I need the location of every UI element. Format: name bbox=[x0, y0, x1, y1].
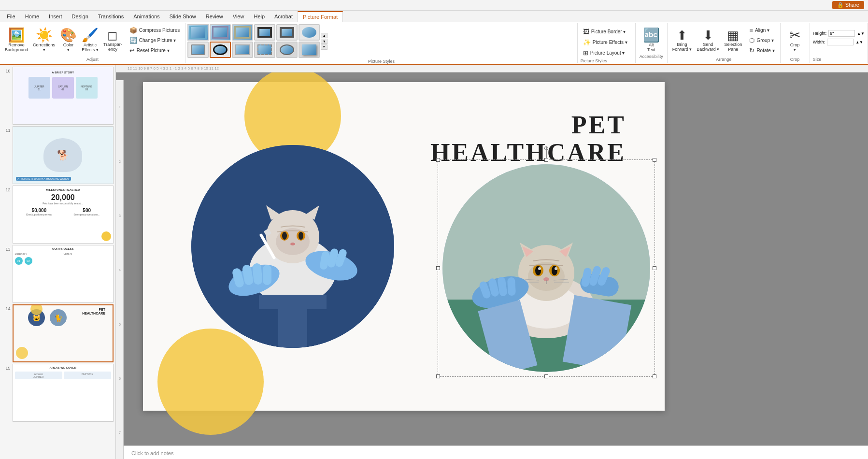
styles-items: ▲ ▼ ▾ bbox=[187, 24, 575, 58]
ribbon-tabs: File Home Insert Design Transitions Anim… bbox=[0, 11, 868, 22]
tab-picture-format[interactable]: Picture Format bbox=[298, 11, 343, 22]
height-label: Height: bbox=[813, 31, 827, 36]
handle-tl[interactable] bbox=[436, 158, 440, 162]
tab-help[interactable]: Help bbox=[249, 11, 270, 22]
change-picture-button[interactable]: 🔄 Change Picture ▾ bbox=[127, 36, 182, 45]
slide-thumb-14[interactable]: 14 PETHEALTHCARE 🐱 🐈 bbox=[2, 304, 114, 362]
compress-pictures-button[interactable]: 📦 Compress Pictures bbox=[127, 26, 182, 35]
slide-img-11[interactable]: 🐕 A PICTURE IS WORTH A THOUSAND WORDS bbox=[13, 126, 114, 184]
send-backward-icon: ⬇ bbox=[703, 29, 713, 42]
send-backward-button[interactable]: ⬇ SendBackward ▾ bbox=[695, 28, 721, 53]
picture-layout-button[interactable]: ⊞ Picture Layout ▾ bbox=[581, 48, 630, 57]
crop-button[interactable]: ✂ Crop▾ bbox=[783, 28, 807, 53]
slide-img-14[interactable]: PETHEALTHCARE 🐱 🐈 bbox=[13, 304, 114, 362]
alt-text-button[interactable]: 🔤 AltText bbox=[641, 28, 662, 53]
handle-tc[interactable] bbox=[544, 158, 548, 162]
main-area: 10 A BRIEF STORY JUPITER01 SATURN02 NEPT… bbox=[0, 65, 868, 459]
style-thumb-7[interactable] bbox=[187, 42, 209, 58]
align-icon: ≡ bbox=[749, 27, 753, 34]
tab-design[interactable]: Design bbox=[67, 11, 93, 22]
right-circle-image-container[interactable] bbox=[442, 164, 650, 372]
reset-picture-button[interactable]: ↩ Reset Picture ▾ bbox=[127, 46, 182, 55]
tab-animations[interactable]: Animations bbox=[128, 11, 164, 22]
selection-pane-icon: ▦ bbox=[727, 29, 739, 42]
slide-img-10[interactable]: A BRIEF STORY JUPITER01 SATURN02 NEPTUNE… bbox=[13, 67, 114, 125]
remove-background-button[interactable]: 🖼️ RemoveBackground bbox=[3, 28, 30, 53]
rotation-line bbox=[546, 146, 547, 158]
slide-number-11: 11 bbox=[2, 128, 11, 133]
width-input[interactable] bbox=[827, 39, 854, 45]
handle-bl[interactable] bbox=[436, 374, 440, 378]
left-circle-image[interactable] bbox=[191, 145, 394, 348]
tab-view[interactable]: View bbox=[228, 11, 249, 22]
picture-styles-group: ▲ ▼ ▾ Picture Styles bbox=[185, 23, 578, 63]
picture-border-button[interactable]: 🖼 Picture Border ▾ bbox=[581, 27, 630, 36]
arrange-items: ⬆ BringForward ▾ ⬇ SendBackward ▾ ▦ Sele… bbox=[670, 24, 777, 56]
height-input[interactable] bbox=[828, 30, 855, 37]
slide-thumb-13[interactable]: 13 OUR PROCESS MERCURY VENUS 01 02 bbox=[2, 245, 114, 303]
group-button[interactable]: ⬡ Group ▾ bbox=[747, 36, 777, 45]
slide-img-15[interactable]: AREAS WE COVER AREA AJUPITER NEPTUNE bbox=[13, 364, 114, 422]
slide-number-12: 12 bbox=[2, 187, 11, 192]
picture-effects-button[interactable]: ✨ Picture Effects ▾ bbox=[581, 38, 630, 47]
selection-pane-button[interactable]: ▦ SelectionPane bbox=[722, 28, 744, 53]
handle-br[interactable] bbox=[653, 374, 656, 378]
rotate-icon: ↻ bbox=[749, 47, 754, 54]
rotate-button[interactable]: ↻ Rotate ▾ bbox=[747, 46, 777, 55]
corrections-button[interactable]: ☀️ Corrections▾ bbox=[31, 28, 57, 53]
bring-forward-button[interactable]: ⬆ BringForward ▾ bbox=[670, 28, 694, 53]
style-thumb-12[interactable] bbox=[299, 42, 320, 58]
artistic-effects-button[interactable]: 🖌️ ArtisticEffects ▾ bbox=[80, 28, 100, 53]
slide-canvas[interactable]: PET HEALTHCARE bbox=[143, 82, 665, 411]
style-thumb-5[interactable] bbox=[276, 24, 298, 41]
handle-tr[interactable] bbox=[653, 158, 656, 162]
slide-thumb-10[interactable]: 10 A BRIEF STORY JUPITER01 SATURN02 NEPT… bbox=[2, 67, 114, 125]
slide-number-14: 14 bbox=[2, 306, 11, 311]
tab-transitions[interactable]: Transitions bbox=[93, 11, 128, 22]
style-thumb-2[interactable] bbox=[210, 24, 231, 41]
styles-scroll-more[interactable]: ▾ bbox=[321, 44, 327, 50]
width-label: Width: bbox=[813, 40, 825, 44]
tab-slideshow[interactable]: Slide Show bbox=[165, 11, 201, 22]
tab-review[interactable]: Review bbox=[201, 11, 228, 22]
style-thumb-11[interactable] bbox=[276, 42, 298, 58]
slide-panel[interactable]: 10 A BRIEF STORY JUPITER01 SATURN02 NEPT… bbox=[0, 65, 116, 459]
tab-home[interactable]: Home bbox=[20, 11, 44, 22]
tab-file[interactable]: File bbox=[2, 11, 20, 22]
tab-acrobat[interactable]: Acrobat bbox=[270, 11, 298, 22]
ribbon-content: 🖼️ RemoveBackground ☀️ Corrections▾ 🎨 Co… bbox=[0, 22, 868, 64]
handle-bc[interactable] bbox=[544, 374, 548, 378]
styles-scroll-up[interactable]: ▲ bbox=[321, 33, 327, 38]
styles-scroll: ▲ ▼ ▾ bbox=[321, 33, 327, 50]
style-thumb-1[interactable] bbox=[187, 24, 209, 41]
picture-layout-icon: ⊞ bbox=[583, 49, 588, 57]
transparency-button[interactable]: ◻ Transpar-ency bbox=[101, 28, 124, 53]
style-thumb-8[interactable] bbox=[210, 42, 231, 58]
notes-bar[interactable]: Click to add notes bbox=[124, 445, 868, 459]
style-thumb-4[interactable] bbox=[254, 24, 275, 41]
slide-thumb-15[interactable]: 15 AREAS WE COVER AREA AJUPITER NEPTUNE bbox=[2, 364, 114, 422]
slide-img-12[interactable]: MILESTONES REACHED 20,000 Pets have been… bbox=[13, 186, 114, 244]
slide-thumb-12[interactable]: 12 MILESTONES REACHED 20,000 Pets have b… bbox=[2, 186, 114, 244]
handle-ml[interactable] bbox=[436, 266, 440, 270]
tab-insert[interactable]: Insert bbox=[44, 11, 67, 22]
style-thumb-6[interactable] bbox=[299, 24, 320, 41]
styles-scroll-down[interactable]: ▼ bbox=[321, 39, 327, 44]
align-button[interactable]: ≡ Align ▾ bbox=[747, 26, 777, 35]
style-thumb-10[interactable] bbox=[254, 42, 275, 58]
style-thumb-9[interactable] bbox=[232, 42, 253, 58]
width-spinner[interactable]: ▲▼ bbox=[855, 40, 863, 44]
color-button[interactable]: 🎨 Color▾ bbox=[58, 28, 79, 53]
share-button[interactable]: 🔒 Share bbox=[832, 1, 864, 9]
slide-img-13[interactable]: OUR PROCESS MERCURY VENUS 01 02 bbox=[13, 245, 114, 303]
horizontal-ruler: 12 11 10 9 8 7 6 5 4 3 2 1 · 1 2 3 4 5 6… bbox=[116, 65, 868, 72]
picture-format-group: 🖼 Picture Border ▾ ✨ Picture Effects ▾ ⊞… bbox=[578, 23, 636, 63]
crop-icon: ✂ bbox=[789, 29, 800, 42]
handle-mr[interactable] bbox=[653, 266, 656, 270]
width-row: Width: ▲▼ bbox=[813, 39, 865, 45]
crop-label: Crop bbox=[790, 57, 800, 62]
yellow-circle-bottom bbox=[157, 329, 264, 435]
height-spinner[interactable]: ▲▼ bbox=[857, 31, 865, 36]
slide-thumb-11[interactable]: 11 🐕 A PICTURE IS WORTH A THOUSAND WORDS bbox=[2, 126, 114, 184]
style-thumb-3[interactable] bbox=[232, 24, 253, 41]
